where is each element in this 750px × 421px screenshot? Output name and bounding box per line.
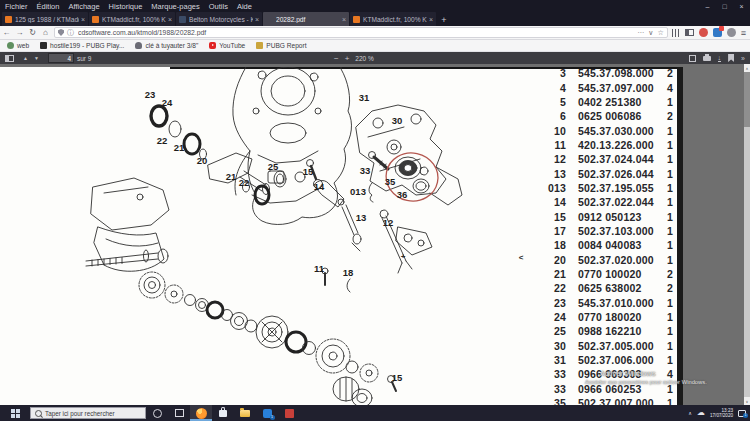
tab-favicon-icon bbox=[5, 16, 12, 23]
tab-close-icon[interactable]: × bbox=[429, 16, 433, 23]
diagram-label-14: 14 bbox=[314, 181, 325, 192]
youtube-icon bbox=[209, 42, 216, 49]
previous-page-button[interactable]: ▲ bbox=[20, 55, 31, 61]
tab-3[interactable]: Belton Motorcycles - KTM '84-× bbox=[176, 12, 262, 26]
page-number-input[interactable] bbox=[48, 53, 74, 63]
part-qty: 2 bbox=[666, 282, 675, 294]
minimize-button[interactable]: – bbox=[699, 0, 716, 12]
pdf-sidebar-toggle-icon[interactable] bbox=[5, 55, 14, 62]
menu-affichage[interactable]: Affichage bbox=[68, 2, 99, 11]
menu-outils[interactable]: Outils bbox=[209, 2, 228, 11]
tab-close-icon[interactable]: × bbox=[168, 16, 172, 23]
menu-marque-pages[interactable]: Marque-pages bbox=[151, 2, 199, 11]
start-button[interactable] bbox=[0, 405, 30, 421]
tab-close-icon[interactable]: × bbox=[342, 16, 346, 23]
cortana-button[interactable] bbox=[146, 405, 168, 421]
scroll-up-arrow[interactable]: ∧ bbox=[744, 64, 750, 72]
diagram-label-15: 15 bbox=[392, 372, 403, 383]
taskbar-store-button[interactable] bbox=[212, 405, 234, 421]
next-page-button[interactable]: ▼ bbox=[31, 55, 42, 61]
tab-close-icon[interactable]: × bbox=[255, 16, 259, 23]
presentation-mode-icon[interactable] bbox=[689, 55, 696, 62]
maximize-button[interactable]: □ bbox=[716, 0, 733, 12]
part-ref: 24 bbox=[540, 311, 566, 323]
part-number: 545.37.030.000 bbox=[578, 125, 666, 137]
part-qty: 1 bbox=[666, 139, 675, 151]
part-qty: 1 bbox=[666, 311, 675, 323]
library-icon[interactable] bbox=[672, 29, 680, 37]
vertical-scrollbar[interactable]: ∧ ∨ bbox=[744, 64, 750, 405]
bookmark-pubg-report[interactable]: PUBG Report bbox=[256, 42, 306, 49]
print-icon[interactable] bbox=[703, 56, 711, 61]
diagram-label-21: 21 bbox=[226, 171, 237, 182]
search-input[interactable]: Taper ici pour rechercher bbox=[30, 407, 146, 419]
taskbar-explorer-button[interactable] bbox=[234, 405, 256, 421]
part-qty: 1 bbox=[666, 211, 675, 223]
download-icon[interactable]: ↓ bbox=[718, 54, 722, 62]
bookmark-youtube[interactable]: YouTube bbox=[209, 42, 245, 49]
taskbar-firefox-button[interactable] bbox=[190, 405, 212, 421]
tab-5[interactable]: KTMaddict.fr, 100% KTM / Mo× bbox=[350, 12, 436, 26]
taskbar-mail-button[interactable]: 1 bbox=[256, 405, 278, 421]
part-ref: 25 bbox=[540, 325, 566, 337]
part-qty: 4 bbox=[666, 82, 675, 94]
diagram-label-30: 30 bbox=[392, 115, 403, 126]
scrollbar-thumb[interactable] bbox=[744, 72, 750, 127]
part-number: 502.37.007.000 bbox=[578, 397, 666, 405]
shield-icon[interactable] bbox=[58, 29, 64, 36]
diagram-label-31: 31 bbox=[359, 92, 370, 103]
more-tools-icon[interactable]: » bbox=[741, 55, 745, 62]
extension-icon-gray[interactable] bbox=[727, 28, 736, 37]
part-ref: 14 bbox=[540, 196, 566, 208]
activate-windows-watermark: Activer Windows bbox=[600, 369, 655, 378]
zoom-in-button[interactable]: + bbox=[345, 54, 350, 63]
page-actions-icon[interactable]: ⋯ bbox=[637, 29, 644, 37]
task-view-button[interactable] bbox=[168, 405, 190, 421]
tab-1[interactable]: 125 gs 1988 / KTMaddict.fr, 10× bbox=[2, 12, 88, 26]
menu-icon[interactable]: ≡ bbox=[741, 28, 746, 38]
forward-button[interactable]: → bbox=[13, 28, 26, 37]
url-bar[interactable]: ⓘ cdsoftware.com.au/ktmold/1988/20282.pd… bbox=[54, 27, 668, 38]
extension-icon-blue[interactable] bbox=[713, 28, 722, 37]
bookmark-star-icon[interactable]: ☆ bbox=[657, 29, 663, 37]
zoom-level-select[interactable]: 220 % bbox=[355, 55, 373, 62]
part-ref: 5 bbox=[540, 96, 566, 108]
tray-expand-icon[interactable]: ∧ bbox=[688, 410, 692, 416]
adblock-extension-icon[interactable] bbox=[699, 28, 708, 37]
url-text[interactable]: cdsoftware.com.au/ktmold/1988/20282.pdf bbox=[78, 29, 633, 36]
site-info-icon[interactable]: ⓘ bbox=[67, 28, 74, 38]
tab-2[interactable]: KTMaddict.fr, 100% KTM / Rép× bbox=[89, 12, 175, 26]
bookmark-web[interactable]: web bbox=[7, 42, 29, 49]
clock-date: 17/07/2020 bbox=[710, 413, 733, 418]
part-ref: 3 bbox=[540, 67, 566, 79]
close-button[interactable]: × bbox=[733, 0, 750, 12]
action-center-icon[interactable]: 1 bbox=[738, 410, 746, 417]
new-tab-button[interactable]: + bbox=[437, 13, 451, 26]
menu--dition[interactable]: Édition bbox=[37, 2, 60, 11]
back-button[interactable]: ← bbox=[0, 28, 13, 37]
taskbar-red-app-button[interactable] bbox=[278, 405, 300, 421]
part-qty: 1 bbox=[666, 125, 675, 137]
reload-button[interactable]: ↻ bbox=[26, 28, 39, 37]
onedrive-cloud-icon[interactable]: ☁ bbox=[697, 409, 705, 417]
taskbar-clock[interactable]: 13:23 17/07/2020 bbox=[710, 408, 733, 419]
pocket-icon[interactable]: ∨ bbox=[648, 29, 653, 37]
menu-fichier[interactable]: Fichier bbox=[5, 2, 28, 11]
menu-historique[interactable]: Historique bbox=[109, 2, 143, 11]
home-button[interactable]: ⌂ bbox=[39, 28, 52, 37]
table-row: 220625 6380022 bbox=[540, 281, 675, 295]
tab-title: 125 gs 1988 / KTMaddict.fr, 10 bbox=[15, 16, 79, 23]
bookmark-hostile199-pubg-play[interactable]: hostile199 - PUBG Play... bbox=[40, 42, 124, 49]
sidebar-icon[interactable] bbox=[685, 29, 694, 36]
taskbar: Taper ici pour rechercher 1 ∧ ☁ 13:23 17… bbox=[0, 405, 750, 421]
zoom-out-button[interactable]: − bbox=[334, 54, 339, 63]
bookmark-cl-tuyauter-3-8[interactable]: clé à tuyauter 3/8" bbox=[135, 42, 198, 49]
menu-aide[interactable]: Aide bbox=[237, 2, 252, 11]
diagram-label-36: 36 bbox=[397, 189, 408, 200]
tab-4[interactable]: 20282.pdf× bbox=[263, 12, 349, 26]
tab-title: 20282.pdf bbox=[276, 16, 340, 23]
part-number: 0625 006086 bbox=[578, 110, 666, 122]
scroll-down-arrow[interactable]: ∨ bbox=[744, 397, 750, 405]
current-view-bookmark-icon[interactable] bbox=[728, 54, 734, 62]
tab-close-icon[interactable]: × bbox=[81, 16, 85, 23]
